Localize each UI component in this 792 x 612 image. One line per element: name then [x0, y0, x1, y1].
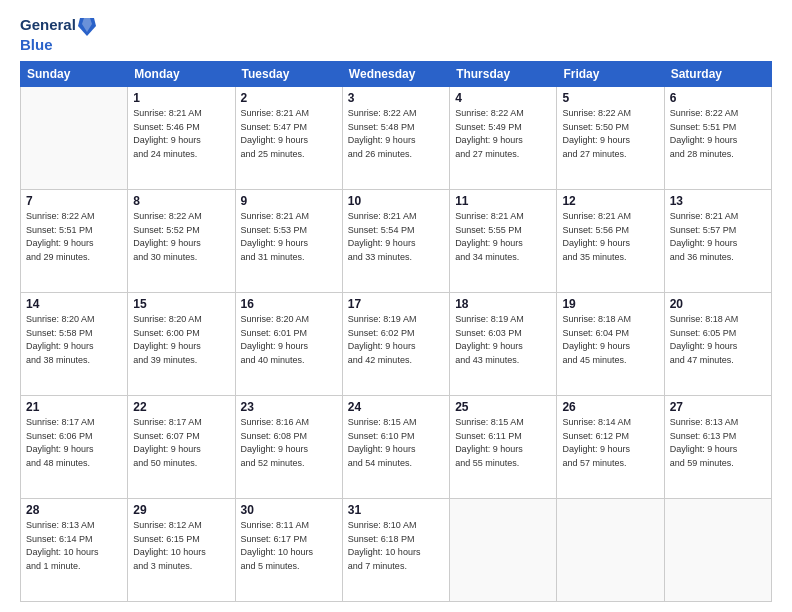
- day-number: 10: [348, 194, 444, 208]
- logo-general: General: [20, 16, 96, 36]
- day-number: 27: [670, 400, 766, 414]
- calendar-cell: [21, 87, 128, 190]
- day-number: 18: [455, 297, 551, 311]
- day-number: 14: [26, 297, 122, 311]
- day-number: 15: [133, 297, 229, 311]
- day-number: 9: [241, 194, 337, 208]
- day-info: Sunrise: 8:21 AM Sunset: 5:57 PM Dayligh…: [670, 210, 766, 264]
- calendar-cell: 7Sunrise: 8:22 AM Sunset: 5:51 PM Daylig…: [21, 190, 128, 293]
- day-info: Sunrise: 8:17 AM Sunset: 6:06 PM Dayligh…: [26, 416, 122, 470]
- day-info: Sunrise: 8:15 AM Sunset: 6:10 PM Dayligh…: [348, 416, 444, 470]
- weekday-header-tuesday: Tuesday: [235, 62, 342, 87]
- day-info: Sunrise: 8:21 AM Sunset: 5:54 PM Dayligh…: [348, 210, 444, 264]
- day-info: Sunrise: 8:10 AM Sunset: 6:18 PM Dayligh…: [348, 519, 444, 573]
- calendar-cell: 1Sunrise: 8:21 AM Sunset: 5:46 PM Daylig…: [128, 87, 235, 190]
- calendar-cell: [450, 499, 557, 602]
- day-number: 16: [241, 297, 337, 311]
- calendar-cell: 23Sunrise: 8:16 AM Sunset: 6:08 PM Dayli…: [235, 396, 342, 499]
- day-info: Sunrise: 8:21 AM Sunset: 5:55 PM Dayligh…: [455, 210, 551, 264]
- day-info: Sunrise: 8:17 AM Sunset: 6:07 PM Dayligh…: [133, 416, 229, 470]
- weekday-header-sunday: Sunday: [21, 62, 128, 87]
- week-row-4: 21Sunrise: 8:17 AM Sunset: 6:06 PM Dayli…: [21, 396, 772, 499]
- day-number: 31: [348, 503, 444, 517]
- day-number: 23: [241, 400, 337, 414]
- day-info: Sunrise: 8:18 AM Sunset: 6:05 PM Dayligh…: [670, 313, 766, 367]
- calendar-cell: 18Sunrise: 8:19 AM Sunset: 6:03 PM Dayli…: [450, 293, 557, 396]
- calendar-cell: 6Sunrise: 8:22 AM Sunset: 5:51 PM Daylig…: [664, 87, 771, 190]
- day-info: Sunrise: 8:22 AM Sunset: 5:49 PM Dayligh…: [455, 107, 551, 161]
- logo-blue: Blue: [20, 36, 96, 53]
- calendar-cell: 25Sunrise: 8:15 AM Sunset: 6:11 PM Dayli…: [450, 396, 557, 499]
- week-row-3: 14Sunrise: 8:20 AM Sunset: 5:58 PM Dayli…: [21, 293, 772, 396]
- day-number: 8: [133, 194, 229, 208]
- calendar-cell: [664, 499, 771, 602]
- day-info: Sunrise: 8:13 AM Sunset: 6:14 PM Dayligh…: [26, 519, 122, 573]
- day-info: Sunrise: 8:14 AM Sunset: 6:12 PM Dayligh…: [562, 416, 658, 470]
- calendar-cell: 26Sunrise: 8:14 AM Sunset: 6:12 PM Dayli…: [557, 396, 664, 499]
- calendar-cell: 21Sunrise: 8:17 AM Sunset: 6:06 PM Dayli…: [21, 396, 128, 499]
- day-number: 25: [455, 400, 551, 414]
- day-info: Sunrise: 8:22 AM Sunset: 5:52 PM Dayligh…: [133, 210, 229, 264]
- day-info: Sunrise: 8:19 AM Sunset: 6:03 PM Dayligh…: [455, 313, 551, 367]
- day-number: 19: [562, 297, 658, 311]
- logo-icon: [78, 16, 96, 36]
- day-info: Sunrise: 8:21 AM Sunset: 5:47 PM Dayligh…: [241, 107, 337, 161]
- calendar-cell: 3Sunrise: 8:22 AM Sunset: 5:48 PM Daylig…: [342, 87, 449, 190]
- calendar-cell: 24Sunrise: 8:15 AM Sunset: 6:10 PM Dayli…: [342, 396, 449, 499]
- week-row-1: 1Sunrise: 8:21 AM Sunset: 5:46 PM Daylig…: [21, 87, 772, 190]
- day-number: 3: [348, 91, 444, 105]
- day-info: Sunrise: 8:12 AM Sunset: 6:15 PM Dayligh…: [133, 519, 229, 573]
- calendar-cell: 17Sunrise: 8:19 AM Sunset: 6:02 PM Dayli…: [342, 293, 449, 396]
- calendar-cell: 4Sunrise: 8:22 AM Sunset: 5:49 PM Daylig…: [450, 87, 557, 190]
- calendar-cell: 11Sunrise: 8:21 AM Sunset: 5:55 PM Dayli…: [450, 190, 557, 293]
- calendar-cell: 19Sunrise: 8:18 AM Sunset: 6:04 PM Dayli…: [557, 293, 664, 396]
- day-number: 28: [26, 503, 122, 517]
- calendar-cell: 15Sunrise: 8:20 AM Sunset: 6:00 PM Dayli…: [128, 293, 235, 396]
- day-number: 24: [348, 400, 444, 414]
- day-number: 13: [670, 194, 766, 208]
- day-number: 22: [133, 400, 229, 414]
- day-info: Sunrise: 8:20 AM Sunset: 5:58 PM Dayligh…: [26, 313, 122, 367]
- calendar-cell: 10Sunrise: 8:21 AM Sunset: 5:54 PM Dayli…: [342, 190, 449, 293]
- day-number: 11: [455, 194, 551, 208]
- calendar-cell: 29Sunrise: 8:12 AM Sunset: 6:15 PM Dayli…: [128, 499, 235, 602]
- day-number: 5: [562, 91, 658, 105]
- calendar-cell: 16Sunrise: 8:20 AM Sunset: 6:01 PM Dayli…: [235, 293, 342, 396]
- weekday-header-monday: Monday: [128, 62, 235, 87]
- day-number: 17: [348, 297, 444, 311]
- calendar-cell: 20Sunrise: 8:18 AM Sunset: 6:05 PM Dayli…: [664, 293, 771, 396]
- calendar-cell: 14Sunrise: 8:20 AM Sunset: 5:58 PM Dayli…: [21, 293, 128, 396]
- calendar-cell: 27Sunrise: 8:13 AM Sunset: 6:13 PM Dayli…: [664, 396, 771, 499]
- day-info: Sunrise: 8:20 AM Sunset: 6:01 PM Dayligh…: [241, 313, 337, 367]
- day-info: Sunrise: 8:15 AM Sunset: 6:11 PM Dayligh…: [455, 416, 551, 470]
- calendar-cell: 28Sunrise: 8:13 AM Sunset: 6:14 PM Dayli…: [21, 499, 128, 602]
- day-number: 4: [455, 91, 551, 105]
- day-number: 30: [241, 503, 337, 517]
- day-info: Sunrise: 8:21 AM Sunset: 5:46 PM Dayligh…: [133, 107, 229, 161]
- weekday-header-saturday: Saturday: [664, 62, 771, 87]
- day-info: Sunrise: 8:16 AM Sunset: 6:08 PM Dayligh…: [241, 416, 337, 470]
- calendar-cell: 5Sunrise: 8:22 AM Sunset: 5:50 PM Daylig…: [557, 87, 664, 190]
- day-number: 2: [241, 91, 337, 105]
- calendar-cell: 31Sunrise: 8:10 AM Sunset: 6:18 PM Dayli…: [342, 499, 449, 602]
- weekday-header-thursday: Thursday: [450, 62, 557, 87]
- day-info: Sunrise: 8:22 AM Sunset: 5:51 PM Dayligh…: [26, 210, 122, 264]
- logo: General Blue: [20, 16, 96, 53]
- day-number: 7: [26, 194, 122, 208]
- calendar-cell: 22Sunrise: 8:17 AM Sunset: 6:07 PM Dayli…: [128, 396, 235, 499]
- calendar-cell: 30Sunrise: 8:11 AM Sunset: 6:17 PM Dayli…: [235, 499, 342, 602]
- calendar-cell: 12Sunrise: 8:21 AM Sunset: 5:56 PM Dayli…: [557, 190, 664, 293]
- page: General Blue SundayMondayTuesdayWednesda…: [0, 0, 792, 612]
- day-info: Sunrise: 8:13 AM Sunset: 6:13 PM Dayligh…: [670, 416, 766, 470]
- day-info: Sunrise: 8:22 AM Sunset: 5:51 PM Dayligh…: [670, 107, 766, 161]
- weekday-header-row: SundayMondayTuesdayWednesdayThursdayFrid…: [21, 62, 772, 87]
- day-number: 20: [670, 297, 766, 311]
- header: General Blue: [20, 16, 772, 53]
- calendar-cell: 13Sunrise: 8:21 AM Sunset: 5:57 PM Dayli…: [664, 190, 771, 293]
- day-info: Sunrise: 8:21 AM Sunset: 5:56 PM Dayligh…: [562, 210, 658, 264]
- day-number: 1: [133, 91, 229, 105]
- day-number: 26: [562, 400, 658, 414]
- calendar-table: SundayMondayTuesdayWednesdayThursdayFrid…: [20, 61, 772, 602]
- weekday-header-wednesday: Wednesday: [342, 62, 449, 87]
- day-number: 12: [562, 194, 658, 208]
